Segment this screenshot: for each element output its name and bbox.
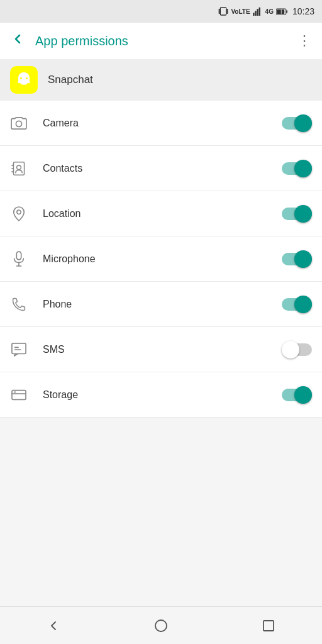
svg-rect-8 bbox=[286, 10, 287, 13]
sms-icon bbox=[10, 342, 28, 357]
svg-rect-3 bbox=[253, 13, 254, 16]
volte-icon: VoLTE bbox=[231, 8, 250, 15]
svg-rect-23 bbox=[12, 343, 26, 353]
microphone-toggle[interactable] bbox=[282, 250, 312, 268]
app-name: Snapchat bbox=[48, 74, 93, 86]
phone-icon bbox=[10, 297, 28, 312]
microphone-toggle-thumb bbox=[294, 250, 312, 268]
more-options-button[interactable]: ⋮ bbox=[297, 33, 312, 49]
svg-point-11 bbox=[20, 77, 22, 79]
storage-toggle[interactable] bbox=[282, 386, 312, 404]
svg-rect-4 bbox=[255, 11, 256, 16]
sms-label: SMS bbox=[43, 344, 267, 355]
signal-icon bbox=[253, 7, 263, 16]
camera-icon bbox=[10, 116, 28, 130]
permission-phone: Phone bbox=[0, 282, 322, 327]
phone-toggle[interactable] bbox=[282, 296, 312, 313]
svg-rect-14 bbox=[13, 162, 24, 175]
location-toggle-thumb bbox=[294, 205, 312, 223]
app-bar: App permissions ⋮ bbox=[0, 23, 322, 59]
contacts-label: Contacts bbox=[43, 163, 267, 174]
svg-rect-1 bbox=[227, 9, 228, 14]
snapchat-logo bbox=[10, 66, 38, 94]
camera-label: Camera bbox=[43, 118, 267, 129]
back-button[interactable] bbox=[10, 31, 25, 50]
svg-point-13 bbox=[16, 121, 21, 126]
storage-icon bbox=[10, 388, 28, 402]
camera-toggle-thumb bbox=[294, 114, 312, 132]
svg-rect-9 bbox=[277, 9, 284, 14]
app-header-row: Snapchat bbox=[0, 59, 322, 101]
svg-rect-5 bbox=[257, 9, 258, 16]
status-icons: VoLTE 4G 10:23 bbox=[218, 6, 314, 16]
location-label: Location bbox=[43, 208, 267, 219]
back-nav-icon bbox=[46, 618, 61, 633]
back-nav-button[interactable] bbox=[31, 612, 76, 640]
svg-rect-20 bbox=[16, 252, 21, 260]
recents-nav-button[interactable] bbox=[246, 612, 291, 640]
permission-sms: SMS bbox=[0, 327, 322, 372]
snapchat-ghost-icon bbox=[14, 70, 33, 89]
bottom-nav bbox=[0, 606, 322, 644]
phone-toggle-thumb bbox=[294, 296, 312, 313]
svg-point-29 bbox=[155, 620, 167, 631]
permission-camera: Camera bbox=[0, 101, 322, 146]
status-bar: VoLTE 4G 10:23 bbox=[0, 0, 322, 23]
permission-location: Location bbox=[0, 191, 322, 236]
contacts-toggle-thumb bbox=[294, 160, 312, 177]
camera-toggle[interactable] bbox=[282, 114, 312, 132]
storage-label: Storage bbox=[43, 389, 267, 401]
battery-icon bbox=[276, 8, 287, 16]
microphone-icon bbox=[10, 251, 28, 267]
contacts-toggle[interactable] bbox=[282, 160, 312, 177]
permission-microphone: Microphone bbox=[0, 236, 322, 282]
location-toggle[interactable] bbox=[282, 205, 312, 223]
permission-list: Camera Contacts bbox=[0, 101, 322, 418]
svg-rect-6 bbox=[258, 8, 260, 16]
recents-nav-icon bbox=[261, 618, 276, 633]
svg-point-15 bbox=[17, 165, 21, 169]
svg-rect-30 bbox=[264, 621, 274, 631]
storage-toggle-thumb bbox=[294, 386, 312, 404]
svg-point-19 bbox=[17, 210, 21, 214]
contacts-icon bbox=[10, 161, 28, 176]
microphone-label: Microphone bbox=[43, 253, 267, 265]
svg-point-12 bbox=[26, 77, 28, 79]
status-time: 10:23 bbox=[292, 6, 314, 16]
page-title: App permissions bbox=[35, 34, 287, 48]
permission-contacts: Contacts bbox=[0, 146, 322, 191]
home-nav-button[interactable] bbox=[138, 612, 184, 640]
permission-storage: Storage bbox=[0, 372, 322, 418]
home-nav-icon bbox=[153, 618, 169, 633]
vibrate-icon bbox=[218, 6, 228, 16]
sms-toggle-thumb bbox=[282, 341, 299, 358]
sms-toggle[interactable] bbox=[282, 341, 312, 358]
location-icon bbox=[10, 206, 28, 222]
svg-rect-28 bbox=[14, 391, 16, 392]
svg-rect-0 bbox=[219, 9, 220, 14]
svg-rect-2 bbox=[221, 8, 226, 15]
4g-icon: 4G bbox=[265, 8, 274, 15]
phone-label: Phone bbox=[43, 299, 267, 310]
